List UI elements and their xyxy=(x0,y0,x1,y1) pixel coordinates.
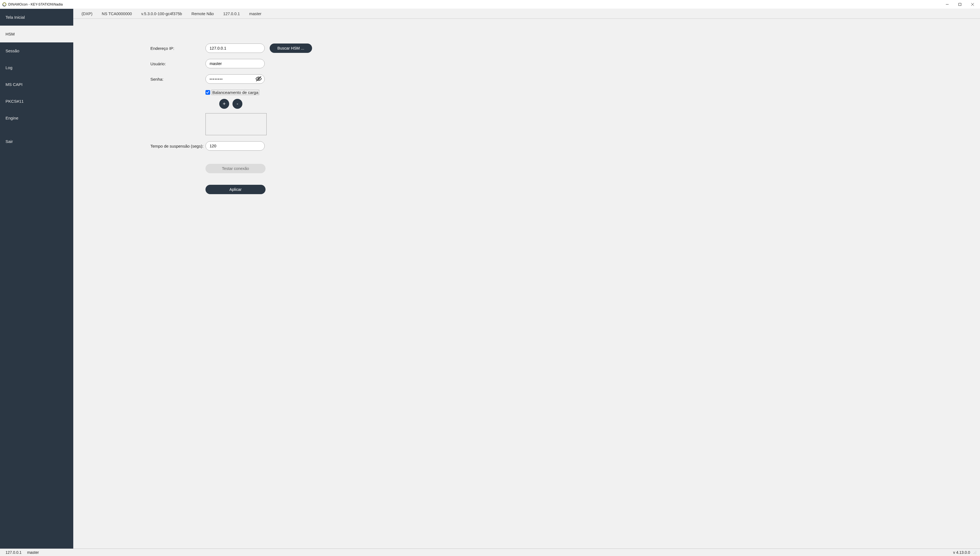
svg-point-8 xyxy=(975,553,975,554)
statusbar-left: 127.0.0.1 master xyxy=(5,550,39,554)
infobar-model: (DXP) xyxy=(81,11,92,16)
test-connection-button[interactable]: Testar conexão xyxy=(205,164,265,173)
suspend-input[interactable] xyxy=(205,141,265,150)
titlebar: DINAMOcon - KEY-STATION\Nadia xyxy=(0,0,980,9)
statusbar-user: master xyxy=(27,550,39,554)
svg-point-5 xyxy=(975,552,975,553)
app-body: Tela Inicial HSM Sessão Log MS CAPI PKCS… xyxy=(0,9,980,549)
titlebar-left: DINAMOcon - KEY-STATION\Nadia xyxy=(2,2,63,6)
row-password: Senha: •••••••• xyxy=(150,74,327,84)
svg-point-6 xyxy=(975,552,976,553)
svg-point-9 xyxy=(975,553,976,554)
eye-off-icon xyxy=(256,76,262,83)
hsm-form: Endereço IP: Buscar HSM ... Usuário: Sen… xyxy=(150,44,327,194)
row-load-balance: Balanceamento de carga xyxy=(205,90,327,95)
minimize-button[interactable] xyxy=(941,0,954,8)
ip-input[interactable] xyxy=(205,44,265,53)
apply-button[interactable]: Aplicar xyxy=(205,185,265,194)
resize-grip-icon[interactable] xyxy=(973,551,977,554)
sidebar-item-log[interactable]: Log xyxy=(0,59,73,76)
app-icon xyxy=(2,2,6,6)
remove-server-button[interactable]: - xyxy=(233,99,243,109)
statusbar-right: v 4.13.0.0 xyxy=(953,550,977,554)
infobar-version: v.5.3.0.0-100-gc4f375b xyxy=(141,11,182,16)
statusbar: 127.0.0.1 master v 4.13.0.0 xyxy=(0,549,980,556)
add-server-button[interactable]: + xyxy=(219,99,229,109)
load-balance-label[interactable]: Balanceamento de carga xyxy=(212,90,259,95)
infobar-serial: NS TCA0000000 xyxy=(102,11,132,16)
sidebar-item-sessao[interactable]: Sessão xyxy=(0,42,73,59)
svg-rect-2 xyxy=(959,3,961,5)
row-user: Usuário: xyxy=(150,59,327,68)
infobar: (DXP) NS TCA0000000 v.5.3.0.0-100-gc4f37… xyxy=(73,9,980,19)
close-button[interactable] xyxy=(966,0,979,8)
sidebar: Tela Inicial HSM Sessão Log MS CAPI PKCS… xyxy=(0,9,73,549)
toggle-password-visibility-button[interactable] xyxy=(255,76,262,82)
server-listbox[interactable] xyxy=(205,113,267,135)
suspend-label: Tempo de suspensão (segs): xyxy=(150,144,205,149)
row-ip: Endereço IP: Buscar HSM ... xyxy=(150,44,327,53)
sidebar-item-tela-inicial[interactable]: Tela Inicial xyxy=(0,9,73,26)
svg-point-7 xyxy=(974,553,974,554)
row-suspend: Tempo de suspensão (segs): xyxy=(150,141,327,150)
svg-point-4 xyxy=(975,551,976,551)
ip-label: Endereço IP: xyxy=(150,46,205,51)
sidebar-item-ms-capi[interactable]: MS CAPI xyxy=(0,76,73,93)
password-label: Senha: xyxy=(150,77,205,81)
window-title: DINAMOcon - KEY-STATION\Nadia xyxy=(8,2,63,6)
user-label: Usuário: xyxy=(150,61,205,66)
statusbar-ip: 127.0.0.1 xyxy=(5,550,21,554)
sidebar-item-hsm[interactable]: HSM xyxy=(0,26,73,42)
load-balance-checkbox[interactable] xyxy=(205,90,210,95)
sidebar-item-sair[interactable]: Sair xyxy=(0,133,73,150)
main-content: Endereço IP: Buscar HSM ... Usuário: Sen… xyxy=(73,19,980,549)
right-panel: (DXP) NS TCA0000000 v.5.3.0.0-100-gc4f37… xyxy=(73,9,980,549)
user-input[interactable] xyxy=(205,59,265,68)
infobar-remote: Remote Não xyxy=(191,11,214,16)
row-add-remove: + - xyxy=(219,99,327,109)
search-hsm-button[interactable]: Buscar HSM ... xyxy=(270,44,312,53)
sidebar-item-engine[interactable]: Engine xyxy=(0,110,73,126)
window-controls xyxy=(941,0,979,8)
password-masked: •••••••• xyxy=(210,77,223,81)
sidebar-item-pkcs11[interactable]: PKCS#11 xyxy=(0,93,73,110)
infobar-user: master xyxy=(249,11,261,16)
statusbar-version: v 4.13.0.0 xyxy=(953,550,970,554)
infobar-ip: 127.0.0.1 xyxy=(223,11,239,16)
maximize-button[interactable] xyxy=(954,0,966,8)
password-input-wrap[interactable]: •••••••• xyxy=(205,74,265,84)
